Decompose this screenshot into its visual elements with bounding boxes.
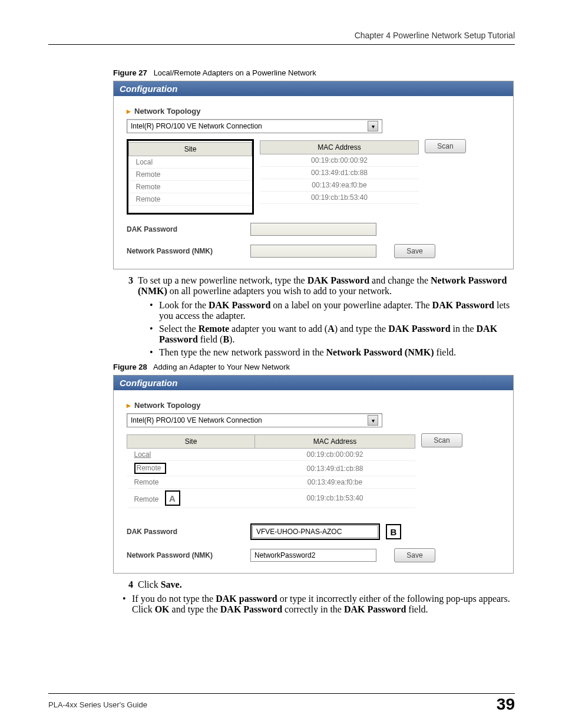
scan-button[interactable]: Scan — [421, 433, 462, 447]
table-row[interactable]: Local — [129, 156, 252, 169]
bullet-icon: ▸ — [127, 107, 131, 116]
dak-input[interactable] — [252, 525, 378, 538]
mac-cell: 00:19:cb:1b:53:40 — [255, 489, 415, 508]
step-3: 3 To set up a new powerline network, typ… — [113, 275, 514, 297]
dak-label: DAK Password — [127, 225, 250, 233]
figure27-caption: Figure 27 Local/Remote Adapters on a Pow… — [113, 68, 514, 77]
nmk-label: Network Password (NMK) — [127, 551, 250, 559]
scan-button[interactable]: Scan — [425, 139, 466, 153]
mac-cell: 00:13:49:ea:f0:be — [255, 476, 415, 489]
figure28-label: Figure 28 — [113, 363, 147, 371]
nmk-label: Network Password (NMK) — [127, 247, 250, 255]
network-adapter-dropdown[interactable]: Intel(R) PRO/100 VE Network Connection ▾ — [127, 119, 382, 133]
step3-bullets: Look for the DAK Password on a label on … — [150, 300, 514, 358]
table-row[interactable]: Remote — [129, 181, 252, 193]
section-title: ▸Network Topology — [127, 107, 500, 116]
footer-guide: PLA-4xx Series User's Guide — [48, 700, 147, 709]
nmk-input[interactable] — [250, 549, 376, 562]
col-mac: MAC Address — [255, 435, 415, 449]
mac-cell: 00:13:49:d1:cb:88 — [255, 461, 415, 476]
mac-cell: 00:13:49:d1:cb:88 — [260, 167, 419, 179]
figure27-screenshot: Configuration ▸Network Topology Intel(R)… — [113, 81, 514, 269]
figure28-text: Adding an Adapter to Your New Network — [153, 363, 290, 371]
page-header: Chapter 4 Powerline Network Setup Tutori… — [355, 31, 515, 40]
save-button[interactable]: Save — [394, 548, 435, 562]
network-adapter-dropdown[interactable]: Intel(R) PRO/100 VE Network Connection ▾ — [127, 413, 382, 427]
adapters-table: Site MAC Address Local00:19:cb:00:00:92 … — [127, 434, 415, 508]
figure28-screenshot: Configuration ▸Network Topology Intel(R)… — [113, 375, 514, 574]
figure27-label: Figure 27 — [113, 68, 147, 77]
save-button[interactable]: Save — [394, 244, 435, 258]
table-row[interactable]: Remote — [127, 461, 255, 476]
step-number: 3 — [113, 275, 138, 297]
step4-bullets: If you do not type the DAK password or t… — [123, 594, 514, 615]
dropdown-value: Intel(R) PRO/100 VE Network Connection — [131, 122, 262, 130]
mac-cell: 00:19:cb:00:00:92 — [260, 154, 419, 167]
table-row[interactable]: Remote — [129, 193, 252, 206]
footer-rule — [48, 693, 515, 694]
section-title: ▸Network Topology — [127, 401, 500, 410]
mac-cell: 00:13:49:ea:f0:be — [260, 179, 419, 192]
config-title: Configuration — [114, 81, 513, 96]
dropdown-value: Intel(R) PRO/100 VE Network Connection — [131, 416, 262, 424]
table-row[interactable]: Local — [127, 449, 255, 461]
col-mac: MAC Address — [260, 141, 419, 154]
callout-a: A — [165, 490, 180, 506]
chevron-down-icon: ▾ — [368, 415, 378, 426]
step-number: 4 — [113, 579, 138, 590]
col-site: Site — [127, 435, 255, 449]
dak-label: DAK Password — [127, 528, 250, 536]
site-column-box: Site Local Remote Remote Remote — [128, 142, 252, 206]
table-row[interactable]: Remote — [127, 476, 255, 489]
config-title: Configuration — [114, 375, 513, 390]
page-number: 39 — [497, 695, 515, 714]
col-site: Site — [129, 143, 252, 156]
step-4: 4 Click Save. — [113, 579, 514, 590]
figure27-text: Local/Remote Adapters on a Powerline Net… — [154, 68, 316, 77]
mac-cell: 00:19:cb:00:00:92 — [255, 449, 415, 461]
header-rule — [48, 44, 515, 45]
dak-input[interactable] — [250, 223, 376, 236]
mac-cell: 00:19:cb:1b:53:40 — [260, 192, 419, 204]
chevron-down-icon: ▾ — [368, 121, 378, 131]
table-row[interactable]: RemoteA — [127, 489, 255, 508]
figure28-caption: Figure 28 Adding an Adapter to Your New … — [113, 363, 514, 371]
bullet-icon: ▸ — [127, 401, 131, 410]
nmk-input[interactable] — [250, 245, 376, 258]
callout-b: B — [386, 524, 401, 539]
table-row[interactable]: Remote — [129, 169, 252, 181]
